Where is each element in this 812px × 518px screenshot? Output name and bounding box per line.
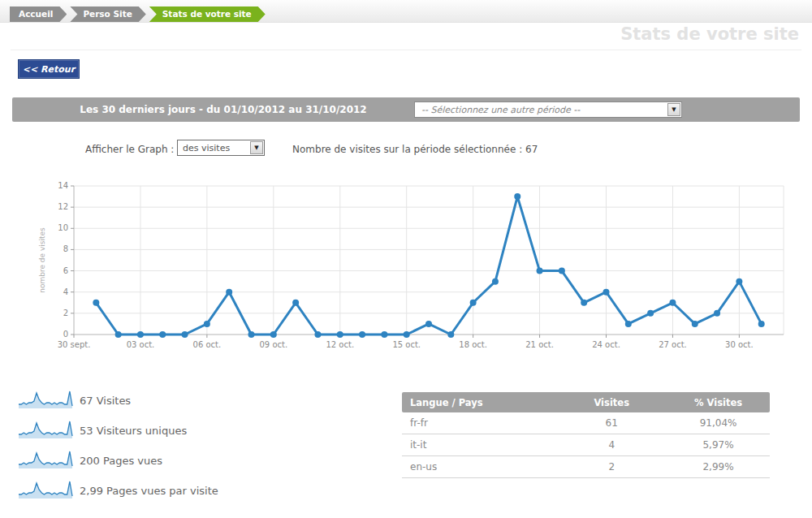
visits-cell: 2 [556,461,667,473]
lang-cell: en-us [402,461,556,473]
stat-label: 2,99 Pages vues par visite [80,485,218,499]
sparkline-icon [18,388,73,409]
chart-data-point[interactable] [603,289,610,296]
stat-row-pages-par-visite: 2,99 Pages vues par visite [18,478,218,499]
sparkline-icon [18,448,73,469]
chart-data-point[interactable] [248,331,255,338]
chart-data-point[interactable] [692,321,698,327]
chart-data-point[interactable] [404,331,410,338]
breadcrumb-item-stats[interactable]: Stats de votre site [149,6,266,22]
chart-data-point[interactable] [625,321,632,327]
chart-data-point[interactable] [758,321,765,327]
visits-summary: Nombre de visites sur la période sélecti… [292,144,538,155]
chart-data-point[interactable] [337,331,343,338]
chart-data-point[interactable] [204,321,210,327]
chart-data-point[interactable] [359,331,365,338]
chart-data-point[interactable] [714,310,720,317]
svg-text:30 oct.: 30 oct. [725,340,754,349]
stat-row-visites: 67 Visites [18,388,218,409]
chart-data-point[interactable] [226,289,232,296]
svg-text:2: 2 [63,309,68,317]
graph-type-select[interactable]: des visites ▼ [177,140,265,156]
language-table: Langue / Pays Visites % Visites fr-fr 61… [402,392,770,478]
period-select[interactable]: -- Sélectionnez une autre période -- ▼ [414,101,682,118]
svg-text:27 oct.: 27 oct. [659,340,687,349]
visits-cell: 4 [556,439,667,451]
table-row: en-us 2 2,99% [402,456,770,478]
page-title: Stats de votre site [620,24,799,44]
chart-data-point[interactable] [314,331,321,338]
graph-type-select-value: des visites [178,143,250,153]
visits-cell: 61 [556,417,667,429]
chart-data-point[interactable] [115,331,122,338]
chevron-down-icon[interactable]: ▼ [250,141,263,154]
svg-text:8: 8 [63,244,68,253]
stat-label: 200 Pages vues [80,455,162,469]
chart-data-point[interactable] [381,331,387,338]
visits-chart: 30 sept.03 oct.06 oct.09 oct.12 oct.15 o… [28,173,800,352]
chart-data-point[interactable] [559,268,565,274]
svg-text:24 oct.: 24 oct. [592,340,620,349]
chart-data-point[interactable] [159,331,166,338]
back-button[interactable]: << Retour [18,59,80,79]
svg-text:6: 6 [63,266,68,275]
svg-text:09 oct.: 09 oct. [260,340,288,349]
stats-page: Accueil Perso Site Stats de votre site S… [0,0,812,518]
chart-data-point[interactable] [514,193,520,200]
breadcrumb-item-perso-site[interactable]: Perso Site [70,6,145,22]
chart-data-point[interactable] [425,321,432,327]
chart-data-point[interactable] [182,331,188,338]
visits-chart-svg: 30 sept.03 oct.06 oct.09 oct.12 oct.15 o… [28,173,800,352]
chart-data-point[interactable] [492,278,499,285]
breadcrumb-item-accueil[interactable]: Accueil [10,6,67,22]
sparkline-icon [18,418,73,439]
chart-data-point[interactable] [581,300,587,306]
graph-type-label: Afficher le Graph : [85,144,174,155]
svg-text:21 oct.: 21 oct. [525,340,554,349]
language-table-header: Langue / Pays Visites % Visites [402,392,770,412]
chart-data-point[interactable] [736,278,742,285]
svg-text:18 oct.: 18 oct. [459,340,487,349]
period-select-value: -- Sélectionnez une autre période -- [415,105,667,115]
column-header: Langue / Pays [402,397,556,408]
chart-data-point[interactable] [647,310,654,317]
svg-text:30 sept.: 30 sept. [58,340,91,349]
breadcrumb: Accueil Perso Site Stats de votre site [10,6,266,22]
sparkline-icon [18,478,73,499]
chart-data-point[interactable] [669,300,676,306]
percent-cell: 91,04% [667,417,770,429]
top-bar: Accueil Perso Site Stats de votre site [0,0,812,23]
svg-text:10: 10 [58,223,68,232]
stat-row-pages-vues: 200 Pages vues [18,448,218,469]
chart-data-point[interactable] [537,268,543,274]
svg-text:0: 0 [63,330,68,339]
chart-data-point[interactable] [470,300,477,306]
lang-cell: it-it [402,439,556,451]
lang-cell: fr-fr [402,417,556,429]
column-header: Visites [556,397,667,408]
period-bar: Les 30 derniers jours - du 01/10/2012 au… [12,97,800,122]
chart-data-point[interactable] [270,331,277,338]
column-header: % Visites [667,397,770,408]
chart-data-point[interactable] [447,331,454,338]
svg-text:nombre de visites: nombre de visites [38,227,46,293]
chart-data-point[interactable] [137,331,144,338]
period-label: Les 30 derniers jours - du 01/10/2012 au… [12,97,434,122]
stat-label: 53 Visiteurs uniques [80,425,187,439]
table-row: it-it 4 5,97% [402,434,770,456]
svg-text:03 oct.: 03 oct. [127,340,155,349]
svg-text:15 oct.: 15 oct. [392,340,421,349]
summary-stats: 67 Visites 53 Visiteurs uniques 200 Page… [18,388,218,508]
chart-data-point[interactable] [93,300,99,306]
chevron-down-icon[interactable]: ▼ [667,103,680,116]
percent-cell: 5,97% [667,439,770,451]
table-row: fr-fr 61 91,04% [402,412,770,434]
svg-text:12 oct.: 12 oct. [326,340,354,349]
percent-cell: 2,99% [667,461,770,473]
chart-data-point[interactable] [292,300,299,306]
stat-row-visiteurs-uniques: 53 Visiteurs uniques [18,418,218,439]
svg-text:4: 4 [63,287,68,296]
svg-text:12: 12 [58,202,68,211]
stat-label: 67 Visites [80,395,131,409]
svg-text:06 oct.: 06 oct. [193,340,222,349]
